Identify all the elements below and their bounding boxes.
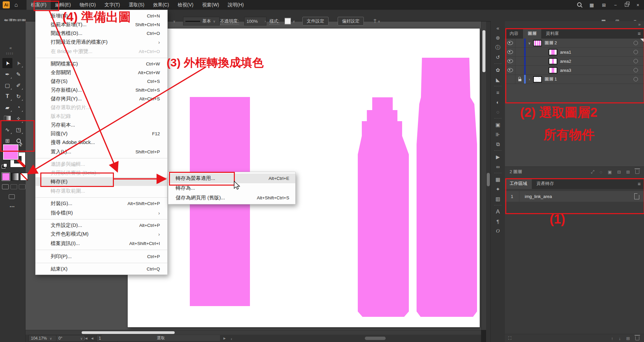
stroke-icon[interactable]: ≡ [491,88,505,97]
menubar-item[interactable]: 檢視(V) [173,0,198,10]
visibility-toggle[interactable] [505,66,515,75]
panel-tab[interactable]: 工作區域 [505,178,532,189]
none-mode-button[interactable] [20,173,28,181]
color-wheel-icon[interactable]: ⊛ [491,33,505,43]
file-menu-item[interactable]: 轉存(E) › [36,177,167,186]
gradient-mode-button[interactable] [11,173,19,181]
menubar-item[interactable]: 視窗(W) [198,0,224,10]
vertical-scroll-thumb[interactable] [482,30,485,72]
target-circle-icon[interactable] [634,68,638,72]
divider-drag-handle[interactable] [487,173,490,186]
lock-toggle[interactable] [515,48,524,56]
file-menu-item[interactable]: 另存新檔(A)... Shift+Ctrl+S › [36,86,167,94]
layer-name[interactable]: 圖層 1 [545,76,557,82]
status-expand-icon[interactable]: ▶ [223,337,226,340]
character-panel-icon[interactable]: A [491,207,505,216]
screen-expand-icon[interactable]: ⛶ [508,336,511,341]
rotate-view-tool[interactable]: ◔ [13,102,24,112]
file-menu-item[interactable]: 儲存拷貝(Y)... Alt+Ctrl+S › [36,94,167,103]
menubar-item[interactable]: 說明(H) [223,0,248,10]
target-circle-icon[interactable] [634,41,638,45]
fill-color-swatch[interactable] [3,144,19,160]
layer-row[interactable]: › 圖層 1 [505,75,644,84]
delete-artboard-icon[interactable] [635,336,639,340]
eraser-tool[interactable]: ▰ [2,102,12,112]
horizontal-scrollbar[interactable] [25,330,481,335]
vertical-scrollbar[interactable] [481,21,486,330]
menubar-item[interactable]: 效果(C) [149,0,173,10]
layer-thumbnail[interactable] [533,40,542,46]
opacity-label[interactable]: 不透明度: [220,18,239,25]
transparency-icon[interactable]: ◌ [491,107,505,117]
file-menu-item[interactable]: 開啟舊檔(O)... Ctrl+O › [36,29,167,38]
panel-tab[interactable]: 圖層 [523,28,541,39]
first-artboard-icon[interactable]: |◀ [84,337,87,340]
appearance-icon[interactable]: ▣ [491,120,505,130]
export-submenu-item[interactable]: 轉存為... [168,183,295,193]
file-menu-item[interactable]: 封裝(G)... Alt+Shift+Ctrl+P › [36,199,167,208]
width-tool[interactable]: ∿ [2,125,12,135]
opacity-input[interactable]: 100% [244,17,266,26]
layer-name[interactable]: area2 [560,59,571,64]
artboard-row[interactable]: 1 img_link_area [505,191,644,202]
menubar-item[interactable]: 物件(O) [75,0,100,10]
target-circle-icon[interactable] [634,50,638,54]
lock-toggle[interactable] [515,66,524,75]
default-fill-stroke-icon[interactable] [2,163,7,168]
color-mode-button[interactable] [2,173,10,181]
layer-row[interactable]: area2 [505,57,644,66]
stroke-style-dropdown[interactable]: 基本∨ [183,17,220,26]
pathfinder-icon[interactable]: ⧉ [491,139,505,149]
visibility-toggle[interactable] [505,75,515,84]
style-label[interactable]: 樣式: [269,18,280,25]
opentype-panel-icon[interactable]: O [491,226,505,236]
layer-name[interactable]: 圖層 2 [545,40,557,46]
artboard-name[interactable]: img_link_area [525,194,552,199]
collapse-to-icons-icon[interactable]: » [638,22,641,27]
artboards-icon[interactable]: ▦ [491,175,505,184]
lock-toggle[interactable] [515,75,524,84]
layer-thumbnail[interactable] [549,67,557,74]
status-collapse-icon[interactable]: ‹ [231,337,232,341]
make-mask-icon[interactable]: ▣ [608,169,612,175]
close-window-icon[interactable]: × [637,2,639,8]
mini-scroll-thumb[interactable] [365,337,386,340]
target-circle-icon[interactable] [634,77,638,82]
file-menu-item[interactable]: 從範本新增(T)... Shift+Ctrl+N › [36,20,167,29]
panel-menu-icon[interactable]: ≡ [638,178,644,189]
layer-thumbnail[interactable] [533,76,542,83]
zoom-level-dropdown[interactable]: 104.17%∨ [29,335,57,342]
variables-icon[interactable]: ▥ [491,194,505,204]
file-menu-item[interactable]: 共用以供審核 (Beta)... › [36,168,167,177]
links-icon[interactable]: ∞ [491,162,505,172]
file-menu-item[interactable]: 轉存選取範圍... › [36,186,167,198]
toolbar-drag-handle[interactable]: ‖‖‖‖ [6,52,14,55]
panel-tab[interactable]: 內容 [505,28,523,39]
info-icon[interactable]: ⓘ [491,43,505,52]
edit-toolbar-icon[interactable]: … [9,202,15,208]
file-menu-item[interactable]: 新增(N)... Ctrl+N › [36,11,167,20]
gradient-tool[interactable] [2,113,12,124]
layer-row[interactable]: ∨ 圖層 2 [505,39,644,48]
target-circle-icon[interactable] [634,59,638,63]
visibility-toggle[interactable] [505,48,515,56]
file-menu-item[interactable]: 結束(X) Ctrl+Q › [36,264,167,273]
align-dropdown[interactable]: ⍑∨ [374,18,380,24]
file-menu-item[interactable]: 在 Bridge 中瀏覽... Alt+Ctrl+O › [36,46,167,58]
layer-thumbnail[interactable] [549,49,557,55]
file-menu-item[interactable]: 列印(P)... Ctrl+P › [36,251,167,263]
workspace-grid-icon[interactable]: ▦ [590,2,594,8]
swatches-icon[interactable]: ✿ [491,65,505,75]
file-menu-item[interactable]: 邀請參與編輯... › [36,160,167,168]
file-menu-item[interactable]: 打開最近使用過的檔案(F) › [36,38,167,46]
status-display[interactable]: 選取 [102,335,220,341]
move-up-icon[interactable]: ↑ [611,336,613,341]
direct-selection-tool[interactable]: ➤ [13,58,24,68]
gradient-icon[interactable]: ◐ [491,97,505,107]
curvature-tool[interactable]: ✎ [13,69,24,79]
locate-object-icon[interactable]: ⤢ [591,169,594,175]
shape-builder-tool[interactable]: ◳ [13,125,24,135]
align-icon[interactable]: ⊪ [491,130,505,139]
panel-tab[interactable]: 資產轉存 [532,178,559,189]
file-menu-item[interactable]: 關閉檔案(C) Ctrl+W › [36,59,167,68]
